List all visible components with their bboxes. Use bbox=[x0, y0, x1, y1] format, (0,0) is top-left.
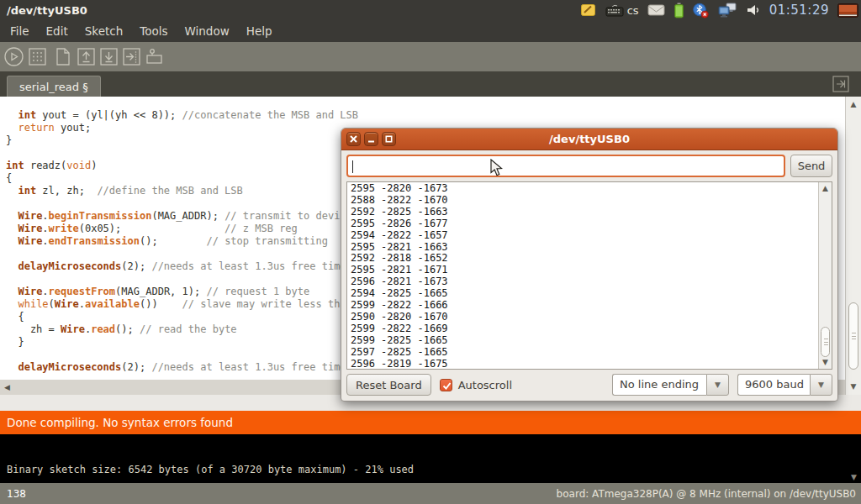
autoscroll-label: Autoscroll bbox=[458, 379, 512, 391]
serial-row: 2595 -2821 -1671 bbox=[351, 265, 828, 276]
mail-icon[interactable] bbox=[647, 4, 665, 16]
bluetooth-icon[interactable] bbox=[693, 3, 709, 18]
tab-bar: serial_read § bbox=[0, 71, 861, 97]
serial-row: 2592 -2818 -1652 bbox=[351, 253, 828, 265]
footer-bar: 138 board: ATmega328P(A) @ 8 MHz (intern… bbox=[0, 483, 861, 504]
open-sketch-button[interactable] bbox=[76, 46, 97, 67]
session-monitor-icon[interactable] bbox=[837, 3, 858, 18]
volume-icon[interactable] bbox=[746, 3, 761, 17]
serial-monitor-title: /dev/ttyUSB0 bbox=[341, 133, 837, 145]
scroll-up-icon[interactable]: ▲ bbox=[846, 101, 861, 108]
menu-bar: FileEditSketchToolsWindowHelp bbox=[0, 20, 861, 42]
serial-row: 2597 -2825 -1665 bbox=[351, 347, 828, 359]
note-icon[interactable] bbox=[580, 3, 597, 18]
serial-monitor-button[interactable] bbox=[144, 46, 165, 67]
serial-output-rows: 2595 -2820 -16732588 -2822 -16702592 -28… bbox=[347, 182, 832, 371]
status-bar: Done compiling. No syntax errors found bbox=[0, 411, 861, 434]
send-button[interactable]: Send bbox=[790, 155, 832, 177]
editor-vertical-scrollbar[interactable]: ▲ ▼ bbox=[845, 97, 861, 395]
clock[interactable]: 01:51:29 bbox=[769, 3, 829, 18]
line-ending-dropdown[interactable]: No line ending ▼ bbox=[612, 374, 729, 396]
menu-item-tools[interactable]: Tools bbox=[131, 21, 176, 41]
verify-button[interactable] bbox=[3, 46, 24, 67]
mouse-cursor bbox=[490, 159, 504, 181]
serial-scrollbar-thumb[interactable] bbox=[821, 327, 830, 357]
baud-rate-value[interactable]: 9600 baud bbox=[737, 374, 810, 396]
upload-button[interactable] bbox=[121, 46, 142, 67]
serial-row: 2590 -2820 -1670 bbox=[351, 312, 828, 323]
serial-monitor-window: /dev/ttyUSB0 Send 2595 -2820 -16732588 -… bbox=[341, 128, 838, 402]
scroll-left-icon[interactable]: ◀ bbox=[4, 383, 10, 391]
serial-row: 2588 -2822 -1670 bbox=[351, 195, 828, 207]
serial-row: 2599 -2825 -1665 bbox=[351, 335, 828, 347]
board-info: board: ATmega328P(A) @ 8 MHz (internal) … bbox=[557, 488, 861, 500]
code-line: int yout = (yl|(yh << 8)); //concatenate… bbox=[6, 109, 861, 122]
menu-item-sketch[interactable]: Sketch bbox=[77, 21, 131, 41]
console-scroll-down-icon[interactable]: ▼ bbox=[851, 473, 857, 481]
serial-output-panel[interactable]: 2595 -2820 -16732588 -2822 -16702592 -28… bbox=[346, 181, 832, 370]
serial-row: 2596 -2821 -1673 bbox=[351, 276, 828, 288]
maximize-icon[interactable] bbox=[382, 132, 396, 146]
serial-monitor-titlebar[interactable]: /dev/ttyUSB0 bbox=[341, 129, 837, 150]
keyboard-layout-icon[interactable] bbox=[605, 4, 624, 17]
serial-row: 2594 -2825 -1665 bbox=[351, 288, 828, 300]
console-output[interactable]: Binary sketch size: 6542 bytes (of a 307… bbox=[0, 434, 861, 483]
serial-row: 2599 -2822 -1666 bbox=[351, 300, 828, 312]
scroll-up-icon[interactable]: ▲ bbox=[819, 185, 832, 192]
menu-item-help[interactable]: Help bbox=[238, 21, 281, 41]
editor-scrollbar-thumb[interactable] bbox=[848, 302, 858, 370]
serial-row: 2596 -2819 -1675 bbox=[351, 359, 828, 370]
close-icon[interactable] bbox=[346, 132, 361, 146]
desktop-panel: /dev/ttyUSB0 cs 01:51:29 bbox=[0, 0, 861, 20]
system-tray: cs 01:51:29 bbox=[580, 3, 861, 18]
active-window-title: /dev/ttyUSB0 bbox=[0, 4, 87, 17]
serial-row: 2599 -2822 -1669 bbox=[351, 323, 828, 335]
network-icon[interactable] bbox=[717, 3, 737, 18]
baud-rate-dropdown[interactable]: 9600 baud ▼ bbox=[737, 374, 832, 396]
line-ending-value[interactable]: No line ending bbox=[612, 374, 706, 396]
autoscroll-checkbox[interactable] bbox=[440, 379, 452, 391]
minimize-icon[interactable] bbox=[364, 132, 378, 146]
tab-serial-read[interactable]: serial_read § bbox=[7, 76, 101, 97]
reset-board-button[interactable]: Reset Board bbox=[346, 374, 431, 396]
stop-button[interactable] bbox=[27, 46, 48, 67]
save-sketch-button[interactable] bbox=[98, 46, 119, 67]
keyboard-layout-label[interactable]: cs bbox=[627, 4, 639, 17]
battery-icon[interactable] bbox=[673, 3, 684, 18]
line-number: 138 bbox=[0, 488, 26, 500]
serial-row: 2592 -2825 -1663 bbox=[351, 207, 828, 218]
new-sketch-button[interactable] bbox=[52, 46, 73, 67]
chevron-down-icon[interactable]: ▼ bbox=[810, 374, 832, 396]
menu-item-edit[interactable]: Edit bbox=[38, 21, 77, 41]
scroll-down-icon[interactable]: ▼ bbox=[819, 359, 832, 366]
text-caret bbox=[352, 160, 353, 173]
serial-monitor-body: Send 2595 -2820 -16732588 -2822 -1670259… bbox=[341, 150, 837, 401]
menu-item-file[interactable]: File bbox=[2, 21, 38, 41]
serial-row: 2595 -2820 -1673 bbox=[351, 183, 828, 195]
serial-input[interactable] bbox=[346, 155, 785, 177]
chevron-down-icon[interactable]: ▼ bbox=[706, 374, 729, 396]
tab-menu-icon[interactable] bbox=[832, 76, 849, 96]
menu-item-window[interactable]: Window bbox=[177, 21, 238, 41]
toolbar bbox=[0, 42, 861, 71]
scroll-down-icon[interactable]: ▼ bbox=[846, 383, 861, 391]
serial-row: 2594 -2822 -1657 bbox=[351, 230, 828, 242]
serial-scrollbar[interactable]: ▲ ▼ bbox=[818, 182, 832, 369]
serial-row: 2595 -2826 -1677 bbox=[351, 218, 828, 230]
serial-row: 2595 -2821 -1663 bbox=[351, 242, 828, 254]
